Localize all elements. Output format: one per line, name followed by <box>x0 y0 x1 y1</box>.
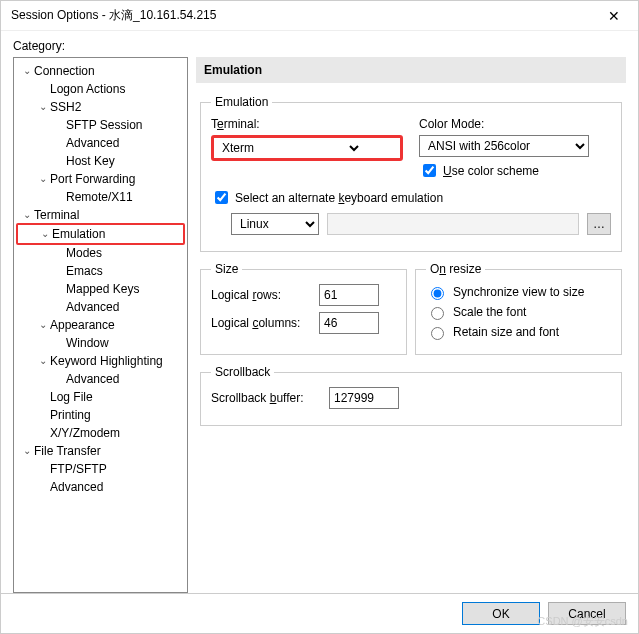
tree-item-port-forwarding[interactable]: ⌄Port Forwarding <box>16 170 185 188</box>
tree-item-keyword-highlighting[interactable]: ⌄Keyword Highlighting <box>16 352 185 370</box>
tree-item-advanced[interactable]: Advanced <box>16 298 185 316</box>
size-legend: Size <box>211 262 242 276</box>
chevron-down-icon: ⌄ <box>36 170 50 188</box>
scrollback-input[interactable] <box>329 387 399 409</box>
tree-item-emacs[interactable]: Emacs <box>16 262 185 280</box>
tree-item-printing[interactable]: Printing <box>16 406 185 424</box>
tree-item-label: Port Forwarding <box>50 170 135 188</box>
tree-item-label: Mapped Keys <box>66 280 139 298</box>
dialog-body: Category: ⌄ConnectionLogon Actions⌄SSH2S… <box>1 31 638 593</box>
tree-item-label: Host Key <box>66 152 115 170</box>
chevron-down-icon: ⌄ <box>36 98 50 116</box>
chevron-down-icon: ⌄ <box>20 442 34 460</box>
tree-item-label: X/Y/Zmodem <box>50 424 120 442</box>
titlebar: Session Options - 水滴_10.161.54.215 ✕ <box>1 1 638 31</box>
tree-item-host-key[interactable]: Host Key <box>16 152 185 170</box>
color-mode-label: Color Mode: <box>419 117 611 131</box>
logical-rows-input[interactable] <box>319 284 379 306</box>
close-icon[interactable]: ✕ <box>600 4 628 28</box>
keyboard-select[interactable]: Linux <box>231 213 319 235</box>
scale-radio[interactable]: Scale the font <box>426 304 611 320</box>
tree-item-label: Appearance <box>50 316 115 334</box>
tree-item-label: Printing <box>50 406 91 424</box>
keyboard-path-field <box>327 213 579 235</box>
tree-item-label: Logon Actions <box>50 80 125 98</box>
scrollback-legend: Scrollback <box>211 365 274 379</box>
size-group: Size Logical rows: Logical columns: <box>200 262 407 355</box>
tree-item-label: Emacs <box>66 262 103 280</box>
tree-item-appearance[interactable]: ⌄Appearance <box>16 316 185 334</box>
tree-item-label: Advanced <box>50 478 103 496</box>
tree-item-label: Connection <box>34 62 95 80</box>
tree-item-label: Advanced <box>66 134 119 152</box>
tree-item-remote-x11[interactable]: Remote/X11 <box>16 188 185 206</box>
use-color-scheme-input[interactable] <box>423 164 436 177</box>
tree-item-label: Advanced <box>66 370 119 388</box>
tree-item-logon-actions[interactable]: Logon Actions <box>16 80 185 98</box>
panel-title: Emulation <box>196 57 626 83</box>
alt-keyboard-input[interactable] <box>215 191 228 204</box>
logical-rows-label: Logical rows: <box>211 288 311 302</box>
tree-item-ssh2[interactable]: ⌄SSH2 <box>16 98 185 116</box>
emulation-group: Emulation Terminal: Xterm Color Mode: AN… <box>200 95 622 252</box>
dialog-footer: OK Cancel CSDN @安安csdn <box>1 593 638 633</box>
cancel-button[interactable]: Cancel <box>548 602 626 625</box>
alt-keyboard-checkbox[interactable]: Select an alternate keyboard emulation <box>211 188 611 207</box>
category-tree[interactable]: ⌄ConnectionLogon Actions⌄SSH2SFTP Sessio… <box>13 57 188 593</box>
tree-item-mapped-keys[interactable]: Mapped Keys <box>16 280 185 298</box>
tree-item-label: SSH2 <box>50 98 81 116</box>
chevron-down-icon: ⌄ <box>36 316 50 334</box>
tree-item-advanced[interactable]: Advanced <box>16 370 185 388</box>
category-label: Category: <box>13 39 626 53</box>
tree-item-label: Modes <box>66 244 102 262</box>
keyboard-browse-button[interactable]: … <box>587 213 611 235</box>
resize-group: On resize Synchronize view to size Scale… <box>415 262 622 355</box>
tree-item-window[interactable]: Window <box>16 334 185 352</box>
tree-item-x-y-zmodem[interactable]: X/Y/Zmodem <box>16 424 185 442</box>
terminal-select[interactable]: Xterm <box>214 138 362 158</box>
terminal-label: Terminal: <box>211 117 403 131</box>
window-title: Session Options - 水滴_10.161.54.215 <box>11 7 600 24</box>
tree-item-label: Keyword Highlighting <box>50 352 163 370</box>
tree-item-emulation[interactable]: ⌄Emulation <box>16 223 185 245</box>
settings-panel: Emulation Emulation Terminal: Xterm Colo… <box>196 57 626 593</box>
tree-item-label: Terminal <box>34 206 79 224</box>
use-color-scheme-checkbox[interactable]: Use color scheme <box>419 161 611 180</box>
sync-radio[interactable]: Synchronize view to size <box>426 284 611 300</box>
logical-cols-label: Logical columns: <box>211 316 311 330</box>
tree-item-modes[interactable]: Modes <box>16 244 185 262</box>
logical-cols-input[interactable] <box>319 312 379 334</box>
tree-item-label: Emulation <box>52 225 105 243</box>
tree-item-label: File Transfer <box>34 442 101 460</box>
retain-radio[interactable]: Retain size and font <box>426 324 611 340</box>
tree-item-advanced[interactable]: Advanced <box>16 478 185 496</box>
color-mode-select[interactable]: ANSI with 256color <box>419 135 589 157</box>
chevron-down-icon: ⌄ <box>36 352 50 370</box>
tree-item-label: Log File <box>50 388 93 406</box>
tree-item-label: Advanced <box>66 298 119 316</box>
tree-item-sftp-session[interactable]: SFTP Session <box>16 116 185 134</box>
terminal-select-highlight: Xterm <box>211 135 403 161</box>
tree-item-label: FTP/SFTP <box>50 460 107 478</box>
tree-item-file-transfer[interactable]: ⌄File Transfer <box>16 442 185 460</box>
resize-legend: On resize <box>426 262 485 276</box>
tree-item-ftp-sftp[interactable]: FTP/SFTP <box>16 460 185 478</box>
tree-item-terminal[interactable]: ⌄Terminal <box>16 206 185 224</box>
tree-item-connection[interactable]: ⌄Connection <box>16 62 185 80</box>
chevron-down-icon: ⌄ <box>20 62 34 80</box>
tree-item-log-file[interactable]: Log File <box>16 388 185 406</box>
ok-button[interactable]: OK <box>462 602 540 625</box>
tree-item-label: Window <box>66 334 109 352</box>
scrollback-label: Scrollback buffer: <box>211 391 321 405</box>
chevron-down-icon: ⌄ <box>38 225 52 243</box>
emulation-legend: Emulation <box>211 95 272 109</box>
tree-item-label: Remote/X11 <box>66 188 133 206</box>
scrollback-group: Scrollback Scrollback buffer: <box>200 365 622 426</box>
tree-item-label: SFTP Session <box>66 116 142 134</box>
chevron-down-icon: ⌄ <box>20 206 34 224</box>
tree-item-advanced[interactable]: Advanced <box>16 134 185 152</box>
